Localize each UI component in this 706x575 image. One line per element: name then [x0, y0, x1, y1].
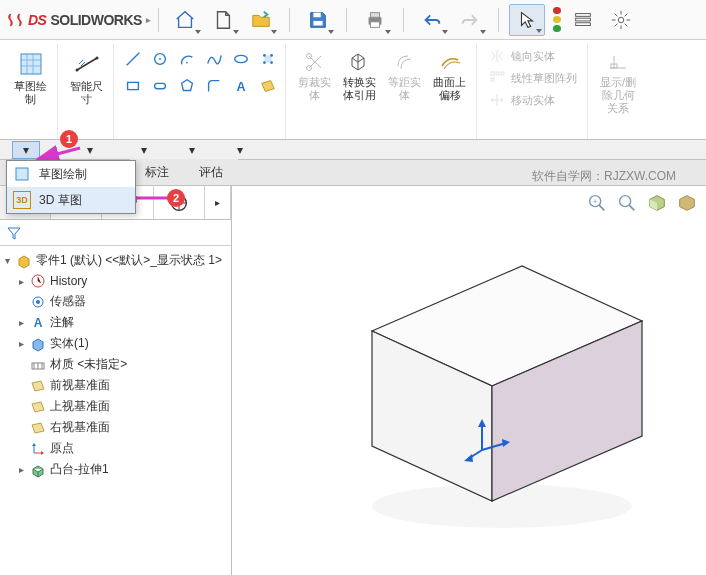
main-area: ▸ ▾ 零件1 (默认) <<默认>_显示状态 1> ▸ History 传感器 — [0, 186, 706, 575]
svg-rect-9 — [21, 54, 41, 74]
3d-model — [312, 236, 662, 536]
funnel-icon — [6, 225, 22, 241]
text-tool[interactable]: A — [228, 73, 254, 99]
more-tabs[interactable]: ▸ — [205, 186, 231, 219]
rectangle-tool[interactable] — [120, 73, 146, 99]
home-button[interactable] — [167, 4, 203, 36]
grid-dropdown-3[interactable]: ▾ — [226, 141, 254, 159]
tree-root[interactable]: ▾ 零件1 (默认) <<默认>_显示状态 1> — [2, 250, 229, 271]
convert-button[interactable]: 转换实 体引用 — [337, 46, 382, 106]
fillet-tool[interactable] — [201, 73, 227, 99]
3d-viewport[interactable]: + — [232, 186, 706, 575]
svg-rect-31 — [491, 78, 494, 81]
feature-tree: ▾ 零件1 (默认) <<默认>_显示状态 1> ▸ History 传感器 ▸… — [0, 246, 231, 575]
grid-dropdown-1[interactable]: ▾ — [130, 141, 158, 159]
open-button[interactable] — [243, 4, 279, 36]
sketch-dropdown-menu: 草图绘制 3D 3D 草图 2 — [6, 160, 136, 214]
settings-button[interactable] — [603, 4, 639, 36]
tree-filter[interactable] — [0, 220, 231, 246]
tree-material[interactable]: 材质 <未指定> — [2, 354, 229, 375]
plane-icon — [30, 420, 46, 436]
select-button[interactable] — [509, 4, 545, 36]
polygon-tool[interactable] — [174, 73, 200, 99]
svg-point-15 — [186, 62, 188, 64]
ellipse-tool[interactable] — [228, 46, 254, 72]
svg-point-18 — [263, 54, 266, 57]
tree-history[interactable]: ▸ History — [2, 271, 229, 291]
tree-top-plane[interactable]: 上视基准面 — [2, 396, 229, 417]
expand-icon[interactable]: ▸ — [16, 464, 26, 475]
sketch-tools-grid: A — [120, 46, 281, 99]
display-relations-button[interactable]: 显示/删 除几何 关系 — [594, 46, 642, 119]
tree-solid-bodies[interactable]: ▸ 实体(1) — [2, 333, 229, 354]
menu-item-3d-sketch[interactable]: 3D 3D 草图 — [7, 187, 135, 213]
annotation-icon: A — [30, 315, 46, 331]
svg-rect-23 — [155, 83, 166, 88]
section-view-button[interactable] — [644, 190, 670, 216]
zoom-area-button[interactable] — [614, 190, 640, 216]
slot-tool[interactable] — [147, 73, 173, 99]
watermark-text: 软件自学网：RJZXW.COM — [532, 168, 676, 185]
tree-origin[interactable]: 原点 — [2, 438, 229, 459]
spline-tool[interactable] — [201, 46, 227, 72]
options-button[interactable] — [565, 4, 601, 36]
svg-marker-24 — [182, 80, 193, 91]
view-toolbar: + — [584, 190, 700, 216]
tab-annotate[interactable]: 标注 — [130, 159, 184, 185]
svg-point-8 — [619, 17, 625, 23]
expand-icon[interactable]: ▾ — [2, 255, 12, 266]
svg-line-62 — [599, 205, 605, 211]
point-tool[interactable] — [255, 46, 281, 72]
svg-marker-73 — [502, 439, 510, 447]
extrude-icon — [30, 462, 46, 478]
arc-tool[interactable] — [174, 46, 200, 72]
redo-button[interactable] — [452, 4, 488, 36]
plane-tool[interactable] — [255, 73, 281, 99]
offset-entities-button[interactable]: 等距实 体 — [382, 46, 427, 106]
solid-icon — [30, 336, 46, 352]
svg-rect-35 — [16, 168, 28, 180]
offset-surface-button[interactable]: 曲面上 偏移 — [427, 46, 472, 106]
display-style-button[interactable] — [674, 190, 700, 216]
tree-sensors[interactable]: 传感器 — [2, 291, 229, 312]
sketch-icon — [13, 165, 31, 183]
ribbon-dropdown-row: ▾ ▾ ▾ ▾ ▾ 1 — [0, 140, 706, 160]
svg-line-12 — [127, 53, 140, 66]
menu-item-sketch[interactable]: 草图绘制 — [7, 161, 135, 187]
new-button[interactable] — [205, 4, 241, 36]
undo-button[interactable] — [414, 4, 450, 36]
dim-dropdown[interactable]: ▾ — [76, 141, 104, 159]
tree-annotations[interactable]: ▸ A 注解 — [2, 312, 229, 333]
move-button[interactable]: 移动实体 — [483, 90, 583, 110]
svg-point-19 — [270, 54, 273, 57]
tree-extrude[interactable]: ▸ 凸台-拉伸1 — [2, 459, 229, 480]
tree-front-plane[interactable]: 前视基准面 — [2, 375, 229, 396]
linear-pattern-button[interactable]: 线性草图阵列 — [483, 68, 583, 88]
plane-icon — [30, 399, 46, 415]
svg-point-10 — [75, 69, 78, 72]
titlebar: DS SOLIDWORKS ▸ — [0, 0, 706, 40]
grid-dropdown-2[interactable]: ▾ — [178, 141, 206, 159]
save-button[interactable] — [300, 4, 336, 36]
ribbon: 草图绘 制 智能尺 寸 A 剪裁实 体 — [0, 40, 706, 140]
trim-button[interactable]: 剪裁实 体 — [292, 46, 337, 106]
sketch-dropdown[interactable]: ▾ — [12, 141, 40, 159]
zoom-fit-button[interactable]: + — [584, 190, 610, 216]
expand-icon[interactable]: ▸ — [16, 317, 26, 328]
tree-right-plane[interactable]: 右视基准面 — [2, 417, 229, 438]
circle-tool[interactable] — [147, 46, 173, 72]
svg-rect-17 — [264, 55, 271, 62]
svg-rect-3 — [371, 12, 380, 17]
line-tool[interactable] — [120, 46, 146, 72]
expand-icon[interactable]: ▸ — [16, 338, 26, 349]
history-icon — [30, 273, 46, 289]
svg-marker-75 — [464, 454, 473, 462]
print-button[interactable] — [357, 4, 393, 36]
sketch-button[interactable]: 草图绘 制 — [8, 46, 53, 110]
mirror-button[interactable]: 镜向实体 — [483, 46, 583, 66]
app-logo: DS SOLIDWORKS ▸ — [6, 11, 150, 29]
tab-evaluate[interactable]: 评估 — [184, 159, 238, 185]
smart-dimension-button[interactable]: 智能尺 寸 — [64, 46, 109, 110]
svg-point-20 — [263, 61, 266, 64]
expand-icon[interactable]: ▸ — [16, 276, 26, 287]
